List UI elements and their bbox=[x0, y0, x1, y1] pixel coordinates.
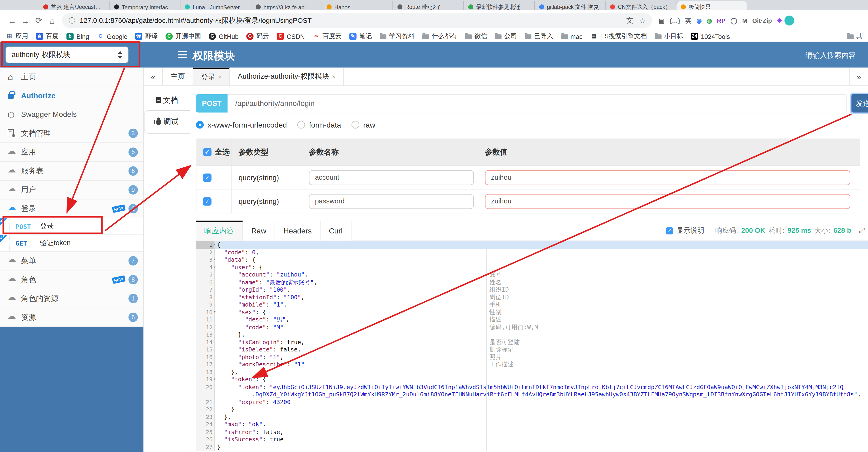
radio-form-data[interactable] bbox=[298, 121, 305, 129]
colorful-ball-icon[interactable]: ◉ bbox=[696, 17, 702, 24]
close-tab-icon[interactable]: × bbox=[218, 74, 221, 81]
line-number[interactable]: 8 bbox=[196, 293, 215, 301]
gitzip-icon[interactable]: Git·Zip bbox=[752, 17, 772, 24]
bookmark-item[interactable]: mac bbox=[561, 33, 583, 40]
bookmark-star-icon[interactable]: ☆ bbox=[639, 16, 646, 25]
bookmark-item[interactable]: ▤ES搜索引擎文档 bbox=[590, 32, 647, 40]
fullscreen-icon[interactable]: ⤢ bbox=[859, 226, 865, 235]
param-name-input[interactable] bbox=[309, 194, 474, 208]
sidebar-item-服务表[interactable]: 服务表6 bbox=[0, 162, 144, 180]
line-number[interactable]: 2 bbox=[196, 249, 215, 256]
browser-tab[interactable]: 极简快只 bbox=[677, 1, 747, 10]
tab-文档[interactable]: 文档 bbox=[144, 90, 190, 110]
rp-icon[interactable]: RP bbox=[717, 17, 725, 24]
line-number[interactable]: 3▾ bbox=[196, 256, 215, 263]
response-tab-Curl[interactable]: Curl bbox=[320, 221, 351, 241]
send-button[interactable]: 发送 bbox=[851, 94, 868, 113]
tabs-expand-icon[interactable]: » bbox=[849, 68, 868, 85]
sidebar-item-资源[interactable]: 资源6 bbox=[0, 308, 144, 327]
sidebar-op-get[interactable]: NEWGET验证token bbox=[0, 235, 144, 252]
browser-tab[interactable]: https://3-kz.fe.api… bbox=[251, 1, 322, 10]
close-tab-icon[interactable]: × bbox=[332, 73, 336, 80]
line-number[interactable] bbox=[196, 391, 215, 398]
line-number[interactable]: 18 bbox=[196, 368, 215, 376]
bookmark-item[interactable]: ⊞应用 bbox=[6, 32, 28, 40]
sidebar-item-菜单[interactable]: 菜单7 bbox=[0, 252, 144, 271]
line-number[interactable]: 21 bbox=[196, 398, 215, 406]
sidebar-item-用户[interactable]: 用户9 bbox=[0, 180, 144, 199]
bookmark-item[interactable]: 什么都有 bbox=[423, 32, 457, 40]
line-number[interactable]: 16 bbox=[196, 353, 215, 361]
sidebar-item-Authorize[interactable]: Authorize bbox=[0, 86, 144, 105]
content-tab-主页[interactable]: 主页 bbox=[163, 68, 193, 85]
sidebar-item-登录[interactable]: 登录NEW2 bbox=[0, 199, 144, 218]
param-value-input[interactable] bbox=[485, 170, 850, 185]
tabs-collapse-icon[interactable]: « bbox=[144, 68, 163, 85]
braces-icon[interactable]: {…} bbox=[670, 17, 680, 24]
bookmark-item[interactable]: 微信 bbox=[465, 32, 487, 40]
browser-tab[interactable]: Habos bbox=[322, 1, 393, 10]
line-number[interactable]: 26 bbox=[196, 436, 215, 443]
line-number[interactable]: 17 bbox=[196, 361, 215, 368]
header-search-input[interactable]: 请输入搜索内容 bbox=[805, 51, 856, 60]
line-number[interactable]: 13 bbox=[196, 331, 215, 338]
line-number[interactable]: 22 bbox=[196, 406, 215, 413]
sidebar-item-角色[interactable]: 角色NEW8 bbox=[0, 271, 144, 289]
sidebar-item-Swagger Models[interactable]: Swagger Models bbox=[0, 105, 144, 124]
back-icon[interactable]: ← bbox=[6, 16, 19, 25]
bookmark-item[interactable]: GGoogle bbox=[97, 33, 127, 40]
line-number[interactable]: 11 bbox=[196, 316, 215, 323]
bookmark-item[interactable]: 百百度 bbox=[36, 32, 59, 40]
menu-icon[interactable] bbox=[178, 51, 187, 58]
line-number[interactable]: 4▾ bbox=[196, 263, 215, 271]
en-translate-icon[interactable]: 英 bbox=[685, 16, 691, 25]
bookmark-item[interactable]: bBing bbox=[66, 33, 89, 40]
bookmark-item[interactable]: ✎笔记 bbox=[349, 32, 372, 40]
line-number[interactable]: 10▾ bbox=[196, 308, 215, 316]
bookmark-item[interactable]: 公司 bbox=[495, 32, 517, 40]
sidebar-op-post[interactable]: NEWPOST登录 bbox=[0, 218, 144, 235]
reload-icon[interactable]: ⟳ bbox=[32, 16, 45, 26]
sidebar-item-文档管理[interactable]: 文档管理3 bbox=[0, 124, 144, 143]
line-number[interactable]: 9 bbox=[196, 301, 215, 308]
row-checkbox[interactable]: ✓ bbox=[203, 173, 212, 181]
line-number[interactable]: 6 bbox=[196, 279, 215, 286]
sidebar-item-角色的资源[interactable]: 角色的资源1 bbox=[0, 289, 144, 308]
line-number[interactable]: 15 bbox=[196, 346, 215, 353]
asterisk-icon[interactable]: ✳ bbox=[777, 17, 782, 24]
bookmark-item[interactable]: 已导入 bbox=[525, 32, 554, 40]
line-number[interactable]: 1▾ bbox=[196, 241, 215, 249]
response-tab-Headers[interactable]: Headers bbox=[275, 221, 320, 241]
browser-tab[interactable]: Temporary Interfac… bbox=[110, 1, 181, 10]
address-bar[interactable]: ⓘ 127.0.0.1:8760/api/gate/doc.html#/auth… bbox=[62, 13, 652, 28]
ring-icon[interactable]: ◯ bbox=[731, 17, 737, 24]
line-number[interactable]: 7 bbox=[196, 286, 215, 293]
profile-avatar[interactable] bbox=[784, 16, 794, 26]
bookmark-item[interactable]: C开源中国 bbox=[165, 32, 201, 40]
line-number[interactable]: 23 bbox=[196, 413, 215, 421]
content-tab-登录[interactable]: 登录× bbox=[193, 68, 230, 85]
line-number[interactable]: 24 bbox=[196, 421, 215, 428]
row-checkbox[interactable]: ✓ bbox=[203, 197, 212, 205]
show-desc-checkbox[interactable]: ✓ bbox=[666, 227, 673, 234]
browser-tab[interactable]: CN文件送入（pack） bbox=[606, 1, 677, 10]
home-icon[interactable]: ⌂ bbox=[45, 16, 59, 25]
browser-tab[interactable]: Route 带<少了 bbox=[393, 1, 464, 10]
browser-tab[interactable]: 最新软件参见北迁 bbox=[464, 1, 535, 10]
line-number[interactable]: 27 bbox=[196, 443, 215, 451]
line-number[interactable]: 14 bbox=[196, 338, 215, 346]
response-tab-Raw[interactable]: Raw bbox=[243, 221, 275, 241]
bookmark-item[interactable]: GGitHub bbox=[209, 33, 239, 40]
param-name-input[interactable] bbox=[309, 170, 474, 185]
radio-x-www-form-urlencoded[interactable] bbox=[196, 121, 204, 129]
scan-icon[interactable]: ▣ bbox=[659, 17, 664, 24]
bookmark-item[interactable]: 241024Tools bbox=[691, 33, 730, 40]
bookmark-item[interactable]: 译翻译 bbox=[135, 32, 158, 40]
line-number[interactable]: 20 bbox=[196, 383, 215, 391]
line-number[interactable]: 12 bbox=[196, 323, 215, 331]
site-info-icon[interactable]: ⓘ bbox=[69, 16, 75, 25]
browser-tab[interactable]: Luna - JumpServer bbox=[180, 1, 251, 10]
bookmark-item[interactable]: 小目标 bbox=[655, 32, 683, 40]
line-number[interactable]: 5 bbox=[196, 271, 215, 279]
content-tab-Authorize-authority-权限模块[interactable]: Authorize-authority-权限模块× bbox=[230, 68, 344, 85]
